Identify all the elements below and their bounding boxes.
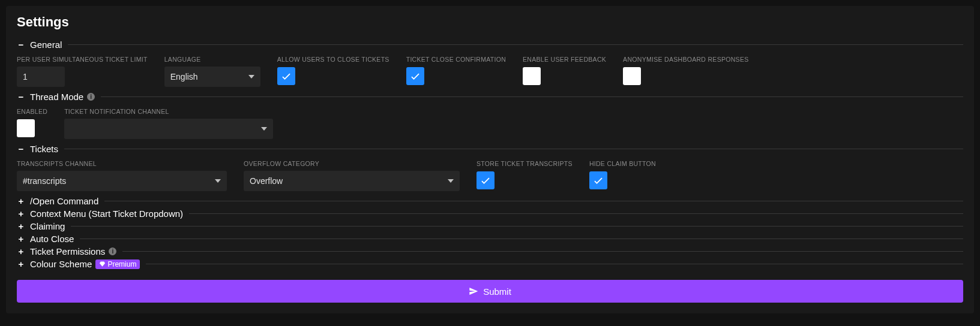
field-language: LANGUAGE English	[164, 56, 260, 87]
label-transcripts-channel: TRANSCRIPTS CHANNEL	[17, 160, 227, 167]
thread-enabled-checkbox[interactable]	[17, 119, 35, 137]
label-anonymise: ANONYMISE DASHBOARD RESPONSES	[623, 56, 748, 63]
section-title-claiming: Claiming	[30, 221, 65, 231]
divider	[64, 149, 963, 149]
divider	[122, 251, 963, 252]
send-icon	[469, 286, 478, 296]
section-header-colour-scheme[interactable]: + Colour Scheme Premium	[17, 259, 963, 269]
allow-close-checkbox[interactable]	[277, 67, 295, 85]
section-header-ticket-permissions[interactable]: + Ticket Permissions i	[17, 246, 963, 256]
field-thread-enabled: ENABLED	[17, 108, 47, 139]
label-per-user-limit: PER USER SIMULTANEOUS TICKET LIMIT	[17, 56, 148, 63]
section-title-context-menu: Context Menu (Start Ticket Dropdown)	[30, 209, 183, 219]
transcripts-channel-select[interactable]: #transcripts	[17, 171, 227, 191]
field-transcripts-channel: TRANSCRIPTS CHANNEL #transcripts	[17, 160, 227, 191]
section-header-context-menu[interactable]: + Context Menu (Start Ticket Dropdown)	[17, 209, 963, 219]
label-user-feedback: ENABLE USER FEEDBACK	[523, 56, 606, 63]
collapse-icon[interactable]: −	[17, 92, 25, 101]
divider	[101, 96, 963, 97]
section-title-open-command: /Open Command	[30, 196, 98, 206]
expand-icon[interactable]: +	[17, 259, 25, 268]
label-overflow-category: OVERFLOW CATEGORY	[244, 160, 460, 167]
collapse-icon[interactable]: −	[17, 144, 25, 153]
check-icon	[280, 70, 292, 82]
section-title-thread-mode: Thread Mode	[30, 92, 83, 102]
thread-mode-fields: ENABLED TICKET NOTIFICATION CHANNEL	[17, 108, 963, 139]
label-notif-channel: TICKET NOTIFICATION CHANNEL	[64, 108, 273, 115]
general-fields: PER USER SIMULTANEOUS TICKET LIMIT LANGU…	[17, 56, 963, 87]
divider	[189, 213, 963, 214]
field-store-transcripts: STORE TICKET TRANSCRIPTS	[476, 160, 573, 191]
field-hide-claim: HIDE CLAIM BUTTON	[589, 160, 656, 191]
label-allow-close: ALLOW USERS TO CLOSE TICKETS	[277, 56, 389, 63]
tickets-fields: TRANSCRIPTS CHANNEL #transcripts OVERFLO…	[17, 160, 963, 191]
label-store-transcripts: STORE TICKET TRANSCRIPTS	[476, 160, 573, 167]
expand-icon[interactable]: +	[17, 209, 25, 218]
close-confirm-checkbox[interactable]	[406, 67, 424, 85]
info-icon[interactable]: i	[87, 93, 95, 101]
premium-badge: Premium	[95, 259, 140, 269]
section-title-colour-scheme: Colour Scheme	[30, 259, 92, 269]
label-close-confirm: TICKET CLOSE CONFIRMATION	[406, 56, 506, 63]
overflow-category-select[interactable]: Overflow	[244, 171, 460, 191]
language-select[interactable]: English	[164, 67, 260, 87]
check-icon	[592, 174, 604, 186]
section-title-auto-close: Auto Close	[30, 234, 74, 244]
section-header-open-command[interactable]: + /Open Command	[17, 196, 963, 206]
section-header-thread-mode[interactable]: − Thread Mode i	[17, 92, 963, 102]
label-language: LANGUAGE	[164, 56, 260, 63]
user-feedback-checkbox[interactable]	[523, 67, 541, 85]
divider	[68, 44, 963, 45]
settings-panel: Settings − General PER USER SIMULTANEOUS…	[6, 6, 974, 313]
gem-icon	[99, 261, 106, 267]
field-allow-close: ALLOW USERS TO CLOSE TICKETS	[277, 56, 389, 87]
notif-channel-select[interactable]	[64, 119, 273, 139]
section-title-tickets: Tickets	[30, 144, 58, 154]
check-icon	[479, 174, 492, 186]
field-user-feedback: ENABLE USER FEEDBACK	[523, 56, 606, 87]
section-header-claiming[interactable]: + Claiming	[17, 221, 963, 231]
expand-icon[interactable]: +	[17, 247, 25, 256]
collapse-icon[interactable]: −	[17, 40, 25, 49]
anonymise-checkbox[interactable]	[623, 67, 641, 85]
divider	[146, 264, 963, 264]
field-per-user-limit: PER USER SIMULTANEOUS TICKET LIMIT	[17, 56, 148, 87]
expand-icon[interactable]: +	[17, 234, 25, 243]
store-transcripts-checkbox[interactable]	[476, 171, 495, 189]
section-header-general[interactable]: − General	[17, 40, 963, 50]
hide-claim-checkbox[interactable]	[589, 171, 607, 189]
field-anonymise: ANONYMISE DASHBOARD RESPONSES	[623, 56, 748, 87]
page-title: Settings	[17, 14, 963, 30]
label-hide-claim: HIDE CLAIM BUTTON	[589, 160, 656, 167]
divider	[71, 226, 963, 227]
check-icon	[409, 70, 421, 82]
divider	[80, 239, 963, 239]
field-notif-channel: TICKET NOTIFICATION CHANNEL	[64, 108, 273, 139]
section-title-general: General	[30, 40, 62, 50]
section-header-tickets[interactable]: − Tickets	[17, 144, 963, 154]
label-thread-enabled: ENABLED	[17, 108, 47, 115]
field-overflow-category: OVERFLOW CATEGORY Overflow	[244, 160, 460, 191]
premium-label: Premium	[107, 260, 136, 268]
expand-icon[interactable]: +	[17, 222, 25, 231]
divider	[104, 201, 963, 201]
info-icon[interactable]: i	[109, 247, 116, 255]
section-title-ticket-permissions: Ticket Permissions	[30, 246, 105, 256]
field-close-confirm: TICKET CLOSE CONFIRMATION	[406, 56, 506, 87]
submit-label: Submit	[483, 286, 511, 297]
submit-button[interactable]: Submit	[17, 280, 963, 303]
per-user-limit-input[interactable]	[17, 67, 65, 87]
expand-icon[interactable]: +	[17, 197, 25, 206]
section-header-auto-close[interactable]: + Auto Close	[17, 234, 963, 244]
